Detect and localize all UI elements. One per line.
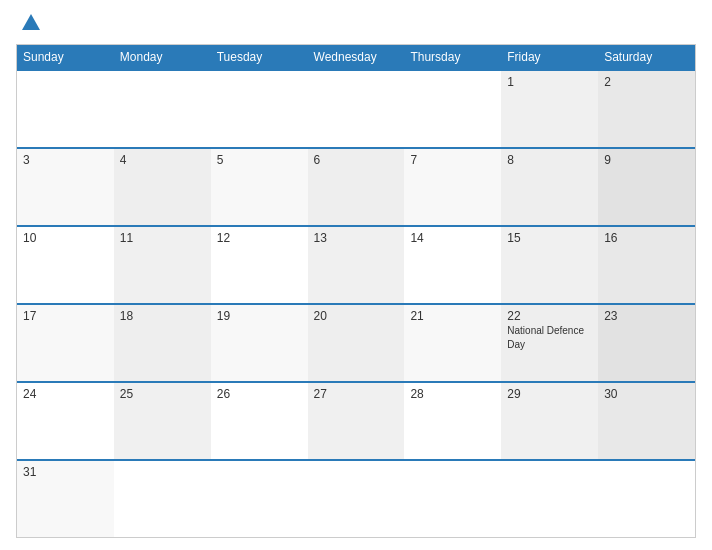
day-cell: 19 (211, 305, 308, 381)
day-number: 17 (23, 309, 108, 323)
page-header (16, 12, 696, 34)
week-row-5: 31 (17, 459, 695, 537)
day-header-monday: Monday (114, 45, 211, 69)
day-number: 20 (314, 309, 399, 323)
day-number: 4 (120, 153, 205, 167)
day-number: 24 (23, 387, 108, 401)
day-headers-row: SundayMondayTuesdayWednesdayThursdayFrid… (17, 45, 695, 69)
day-cell (211, 71, 308, 147)
day-cell (17, 71, 114, 147)
day-cell: 14 (404, 227, 501, 303)
calendar-page: SundayMondayTuesdayWednesdayThursdayFrid… (0, 0, 712, 550)
day-cell: 26 (211, 383, 308, 459)
day-cell: 30 (598, 383, 695, 459)
day-number: 16 (604, 231, 689, 245)
day-number: 15 (507, 231, 592, 245)
day-cell: 8 (501, 149, 598, 225)
calendar-grid: SundayMondayTuesdayWednesdayThursdayFrid… (16, 44, 696, 538)
day-number: 18 (120, 309, 205, 323)
day-cell: 12 (211, 227, 308, 303)
day-header-saturday: Saturday (598, 45, 695, 69)
day-number: 5 (217, 153, 302, 167)
day-number: 6 (314, 153, 399, 167)
day-cell: 31 (17, 461, 114, 537)
day-cell: 17 (17, 305, 114, 381)
day-number: 25 (120, 387, 205, 401)
day-cell (114, 461, 211, 537)
day-number: 28 (410, 387, 495, 401)
day-cell (501, 461, 598, 537)
day-cell: 21 (404, 305, 501, 381)
day-cell (308, 461, 405, 537)
day-number: 30 (604, 387, 689, 401)
day-cell: 2 (598, 71, 695, 147)
day-number: 2 (604, 75, 689, 89)
week-row-4: 24252627282930 (17, 381, 695, 459)
day-cell: 24 (17, 383, 114, 459)
day-cell (404, 461, 501, 537)
day-cell: 11 (114, 227, 211, 303)
event-text: National Defence Day (507, 325, 584, 350)
day-number: 11 (120, 231, 205, 245)
day-cell: 1 (501, 71, 598, 147)
day-number: 7 (410, 153, 495, 167)
day-number: 3 (23, 153, 108, 167)
day-header-wednesday: Wednesday (308, 45, 405, 69)
day-cell (308, 71, 405, 147)
svg-marker-0 (22, 14, 40, 30)
day-cell: 27 (308, 383, 405, 459)
logo-icon (20, 12, 42, 34)
week-row-1: 3456789 (17, 147, 695, 225)
day-cell (404, 71, 501, 147)
day-cell: 28 (404, 383, 501, 459)
day-number: 9 (604, 153, 689, 167)
day-number: 26 (217, 387, 302, 401)
day-cell: 10 (17, 227, 114, 303)
day-cell (211, 461, 308, 537)
day-number: 23 (604, 309, 689, 323)
day-cell: 20 (308, 305, 405, 381)
day-cell: 16 (598, 227, 695, 303)
logo (16, 12, 42, 34)
week-row-3: 171819202122National Defence Day23 (17, 303, 695, 381)
day-number: 12 (217, 231, 302, 245)
day-cell: 3 (17, 149, 114, 225)
day-cell: 7 (404, 149, 501, 225)
day-number: 27 (314, 387, 399, 401)
day-cell: 18 (114, 305, 211, 381)
day-cell: 29 (501, 383, 598, 459)
day-cell: 9 (598, 149, 695, 225)
week-row-2: 10111213141516 (17, 225, 695, 303)
day-header-friday: Friday (501, 45, 598, 69)
day-cell: 25 (114, 383, 211, 459)
day-number: 10 (23, 231, 108, 245)
day-cell: 4 (114, 149, 211, 225)
day-number: 21 (410, 309, 495, 323)
day-number: 14 (410, 231, 495, 245)
day-cell (114, 71, 211, 147)
day-cell (598, 461, 695, 537)
weeks-container: 12345678910111213141516171819202122Natio… (17, 69, 695, 537)
week-row-0: 12 (17, 69, 695, 147)
day-cell: 13 (308, 227, 405, 303)
day-number: 13 (314, 231, 399, 245)
day-cell: 6 (308, 149, 405, 225)
day-cell: 15 (501, 227, 598, 303)
day-number: 22 (507, 309, 592, 323)
day-number: 19 (217, 309, 302, 323)
day-number: 31 (23, 465, 108, 479)
day-number: 1 (507, 75, 592, 89)
day-cell: 5 (211, 149, 308, 225)
day-cell: 22National Defence Day (501, 305, 598, 381)
day-cell: 23 (598, 305, 695, 381)
day-header-thursday: Thursday (404, 45, 501, 69)
day-number: 29 (507, 387, 592, 401)
day-header-sunday: Sunday (17, 45, 114, 69)
day-header-tuesday: Tuesday (211, 45, 308, 69)
day-number: 8 (507, 153, 592, 167)
